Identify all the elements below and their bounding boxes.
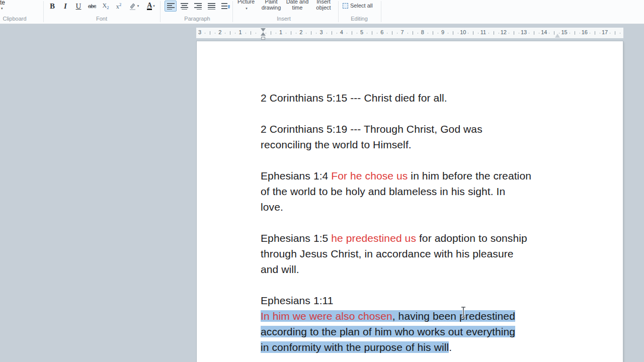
align-center-icon <box>181 3 188 10</box>
ruler-tick <box>210 31 210 35</box>
group-separator <box>43 1 44 22</box>
text-run-normal[interactable]: through Jesus Christ, in accordance with… <box>261 248 514 259</box>
select-all-icon <box>343 3 348 9</box>
ruler-dot <box>256 33 256 34</box>
text-run-normal[interactable]: in him before the creation <box>408 170 531 182</box>
ruler-dot <box>620 33 620 34</box>
hanging-indent-marker[interactable] <box>261 32 266 36</box>
ruler-dot <box>489 33 489 34</box>
insert-picture-button[interactable]: Picture ▾ <box>233 0 259 12</box>
ruler-number: 4 <box>340 29 343 35</box>
paragraph[interactable]: 2 Corinthians 5:15 --- Christ died for a… <box>261 90 623 106</box>
text-run-red[interactable]: he predestined us <box>331 232 416 244</box>
ruler-tick <box>453 31 453 35</box>
align-center-button[interactable] <box>178 1 190 12</box>
group-separator <box>160 1 160 22</box>
text-line[interactable]: according to the plan of him who works o… <box>261 324 623 339</box>
insert-object-button[interactable]: Insert object <box>312 0 335 11</box>
text-line[interactable]: love. <box>261 199 623 215</box>
ruler-number: 15 <box>561 29 567 35</box>
ruler[interactable]: 3211234567891011121314151617 <box>196 28 623 38</box>
ruler-number: 9 <box>441 29 444 35</box>
font-color-button[interactable]: A ▾ <box>143 1 159 12</box>
ruler-dot <box>478 33 478 34</box>
text-run-normal[interactable]: love. <box>261 201 283 213</box>
text-run-sel[interactable]: , having been predestined <box>392 310 515 322</box>
text-run-normal[interactable]: Ephesians 1:5 <box>261 232 331 244</box>
font-group-label: Font <box>70 16 133 22</box>
insert-date-time-button[interactable]: Date and time <box>284 0 311 11</box>
ruler-dot <box>529 33 529 34</box>
text-run-normal[interactable]: 2 Corinthians 5:19 --- Through Christ, G… <box>261 123 482 135</box>
text-run-normal[interactable]: . <box>449 341 452 353</box>
text-run-red-sel[interactable]: In him we were also chosen <box>261 310 392 322</box>
paragraph[interactable]: Ephesians 1:4 For he chose us in him bef… <box>261 168 623 215</box>
paste-dropdown-caret[interactable]: ▾ <box>1 7 3 11</box>
text-run-red[interactable]: For he chose us <box>331 170 408 182</box>
text-line[interactable]: 2 Corinthians 5:19 --- Through Christ, G… <box>261 121 623 137</box>
ruler-number: 12 <box>501 29 507 35</box>
text-line[interactable]: Ephesians 1:5 he predestined us for adop… <box>261 230 623 246</box>
bold-button[interactable]: B <box>46 1 58 12</box>
ruler-tick <box>433 31 433 35</box>
group-separator <box>381 1 381 22</box>
group-separator <box>338 1 339 22</box>
text-line[interactable]: through Jesus Christ, in accordance with… <box>261 246 623 261</box>
justify-icon <box>208 3 215 10</box>
paste-button[interactable]: te <box>0 0 5 6</box>
text-line[interactable]: of the world to be holy and blameless in… <box>261 184 623 199</box>
ruler-number: 3 <box>319 29 323 35</box>
text-line[interactable]: Ephesians 1:11 <box>261 293 623 308</box>
ruler-tick <box>534 31 534 35</box>
paragraph[interactable]: 2 Corinthians 5:19 --- Through Christ, G… <box>261 121 623 152</box>
subscript-button[interactable]: X2 <box>100 1 112 12</box>
strikethrough-button[interactable]: abc <box>86 1 99 12</box>
ruler-tick <box>413 31 413 35</box>
text-line[interactable]: In him we were also chosen, having been … <box>261 308 623 324</box>
ruler-dot <box>286 33 286 34</box>
insert-paint-drawing-button[interactable]: Paint drawing <box>259 0 284 11</box>
text-run-normal[interactable]: for adoption to sonship <box>416 232 527 244</box>
ruler-dot <box>509 33 509 34</box>
text-run-sel[interactable]: according to the plan of him who works o… <box>261 326 515 337</box>
ruler-dot <box>347 33 347 34</box>
ruler-dot <box>468 33 468 34</box>
text-run-normal[interactable]: Ephesians 1:4 <box>261 170 331 182</box>
text-run-normal[interactable]: of the world to be holy and blameless in… <box>261 186 505 197</box>
text-run-normal[interactable]: Ephesians 1:11 <box>261 295 334 306</box>
ruler-number: 7 <box>400 29 404 35</box>
italic-button[interactable]: I <box>59 1 71 12</box>
text-line[interactable]: 2 Corinthians 5:15 --- Christ died for a… <box>261 90 623 106</box>
ruler-number: 13 <box>521 29 527 35</box>
highlight-color-button[interactable]: ▾ <box>126 1 142 12</box>
align-right-button[interactable] <box>192 1 204 12</box>
line-spacing-button[interactable] <box>219 1 232 12</box>
indent-marker[interactable] <box>261 28 266 41</box>
superscript-button[interactable]: x2 <box>113 1 125 12</box>
document-text[interactable]: 2 Corinthians 5:15 --- Christ died for a… <box>197 41 623 362</box>
right-indent-marker[interactable] <box>555 34 560 38</box>
ruler-dot <box>316 33 316 34</box>
text-run-normal[interactable]: and will. <box>261 263 299 275</box>
select-all-button[interactable]: Select all <box>343 3 373 9</box>
text-line[interactable]: in conformity with the purpose of his wi… <box>261 339 623 355</box>
text-run-normal[interactable]: 2 Corinthians 5:15 --- Christ died for a… <box>261 92 447 104</box>
document-page[interactable]: 2 Corinthians 5:15 --- Christ died for a… <box>197 41 623 362</box>
text-line[interactable]: Ephesians 1:4 For he chose us in him bef… <box>261 168 623 184</box>
underline-button[interactable]: U <box>72 1 85 12</box>
text-line[interactable]: and will. <box>261 261 623 277</box>
text-line[interactable]: reconciling the world to Himself. <box>261 137 623 152</box>
paragraph[interactable]: Ephesians 1:11In him we were also chosen… <box>261 293 623 355</box>
first-line-indent-marker[interactable] <box>261 28 266 32</box>
align-left-button[interactable] <box>165 1 177 12</box>
ruler-dot <box>448 33 448 34</box>
text-run-sel[interactable]: in conformity with the purpose of his wi… <box>261 341 449 353</box>
ribbon: te ▾ Clipboard B I U abc X2 x2 ▾ A ▾ Fon… <box>0 0 644 24</box>
justify-button[interactable] <box>205 1 217 12</box>
bold-icon: B <box>50 2 55 11</box>
text-run-normal[interactable]: reconciling the world to Himself. <box>261 139 412 150</box>
ruler-dot <box>570 33 570 34</box>
ruler-dot <box>306 33 306 34</box>
left-indent-marker[interactable] <box>261 37 265 40</box>
paragraph[interactable]: Ephesians 1:5 he predestined us for adop… <box>261 230 623 277</box>
